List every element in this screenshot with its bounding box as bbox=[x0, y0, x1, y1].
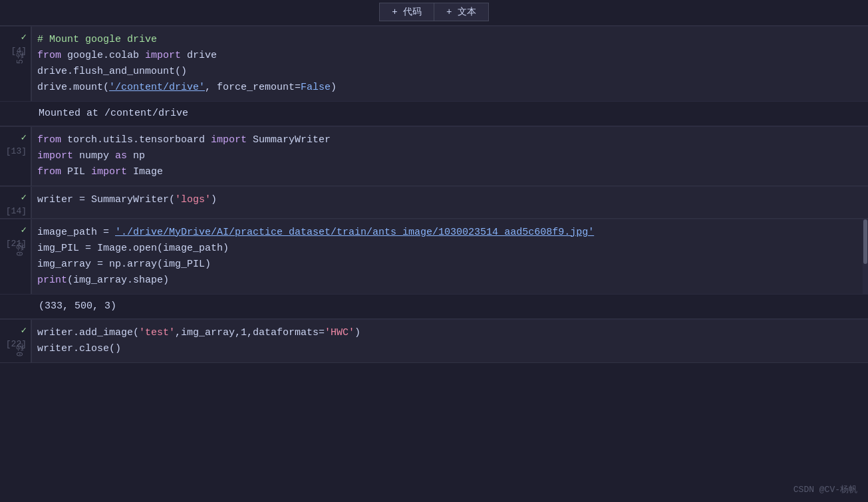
cell-check-cell4: ✓ bbox=[21, 31, 27, 45]
cell-check-cell14: ✓ bbox=[21, 191, 27, 205]
cell-check-cell22: ✓ bbox=[21, 324, 27, 338]
add-text-button[interactable]: + 文本 bbox=[434, 3, 489, 21]
code-token: writer.add_image( bbox=[37, 327, 139, 338]
code-token: Image bbox=[127, 166, 163, 178]
code-token: False bbox=[301, 82, 331, 93]
code-line: drive.flush_and_unmount() bbox=[37, 64, 860, 80]
code-token: ,img_array,1,dataformats= bbox=[175, 327, 325, 338]
code-line: from google.colab import drive bbox=[37, 48, 860, 64]
cell-body-cell21[interactable]: image_path = './drive/MyDrive/AI/practic… bbox=[31, 219, 868, 294]
code-token: google.colab bbox=[61, 50, 145, 61]
code-token: ) bbox=[355, 327, 361, 338]
code-line: writer.close() bbox=[37, 341, 860, 357]
code-token: writer = SummaryWriter( bbox=[37, 194, 175, 205]
code-token: ) bbox=[331, 82, 337, 93]
exec-time-label: 0 bbox=[15, 251, 27, 256]
cell-gutter-cell22: ✓[22]0秒 bbox=[0, 320, 31, 362]
code-token: './drive/MyDrive/AI/practice_dataset/tra… bbox=[115, 227, 594, 238]
cell-gutter-cell14: ✓[14] bbox=[0, 187, 31, 218]
code-cell-cell14[interactable]: ✓[14]writer = SummaryWriter('logs') bbox=[0, 186, 868, 218]
code-token: torch.utils.tensorboard bbox=[61, 134, 211, 146]
exec-time-label: 0 bbox=[15, 352, 27, 356]
code-line: drive.mount('/content/drive', force_remo… bbox=[37, 80, 860, 96]
output-text: (333, 500, 3) bbox=[39, 301, 116, 312]
code-token: drive.mount( bbox=[37, 82, 109, 93]
code-token: 'logs' bbox=[175, 194, 211, 205]
cell-number-cell4: [4] bbox=[11, 45, 27, 58]
cell-gutter-cell13: ✓[13] bbox=[0, 127, 31, 186]
watermark: CSDN @CV-杨帆 bbox=[794, 483, 857, 495]
code-token: image_path = bbox=[37, 227, 115, 238]
code-token: img_array = np.array(img_PIL) bbox=[37, 259, 211, 270]
code-line: import numpy as np bbox=[37, 148, 860, 164]
code-token: numpy bbox=[73, 150, 115, 162]
code-cell-cell13[interactable]: ✓[13]from torch.utils.tensorboard import… bbox=[0, 126, 868, 186]
code-line: print(img_array.shape) bbox=[37, 273, 860, 289]
toolbar: + 代码 + 文本 bbox=[0, 0, 868, 26]
code-token: '/content/drive' bbox=[109, 82, 205, 93]
code-token: np bbox=[127, 150, 145, 162]
code-token: as bbox=[115, 150, 127, 162]
cell-pair-cell14: ✓[14]writer = SummaryWriter('logs') bbox=[0, 186, 868, 219]
output-gutter bbox=[0, 102, 31, 126]
code-cell-cell21[interactable]: ✓[21]0秒image_path = './drive/MyDrive/AI/… bbox=[0, 219, 868, 294]
code-line: from PIL import Image bbox=[37, 164, 860, 180]
output-body-cell21: (333, 500, 3) bbox=[31, 295, 868, 318]
code-token: # Mount google drive bbox=[37, 34, 157, 45]
output-cell-cell21: (333, 500, 3) bbox=[0, 294, 868, 318]
scrollbar-thumb bbox=[863, 219, 867, 264]
code-token: ) bbox=[211, 194, 217, 205]
code-token: writer.close() bbox=[37, 343, 121, 354]
cell-gutter-cell4: ✓[4]5秒 bbox=[0, 27, 31, 101]
cell-body-cell13[interactable]: from torch.utils.tensorboard import Summ… bbox=[31, 127, 868, 186]
cell-number-cell14: [14] bbox=[6, 205, 27, 218]
code-token: img_PIL = Image.open(image_path) bbox=[37, 243, 229, 254]
cell-check-cell21: ✓ bbox=[21, 223, 27, 237]
code-token: from bbox=[37, 166, 61, 178]
code-line: writer.add_image('test',img_array,1,data… bbox=[37, 325, 860, 341]
code-token: drive bbox=[181, 50, 217, 61]
output-cell-cell4: Mounted at /content/drive bbox=[0, 101, 868, 126]
code-token: SummaryWriter bbox=[247, 134, 331, 146]
cell-body-cell14[interactable]: writer = SummaryWriter('logs') bbox=[31, 187, 868, 218]
code-cell-cell22[interactable]: ✓[22]0秒writer.add_image('test',img_array… bbox=[0, 319, 868, 362]
code-token: import bbox=[211, 134, 247, 146]
code-token: (img_array.shape) bbox=[67, 275, 169, 286]
code-token: import bbox=[37, 150, 73, 162]
code-line: image_path = './drive/MyDrive/AI/practic… bbox=[37, 225, 860, 241]
code-token: , force_remount= bbox=[205, 82, 301, 93]
code-line: from torch.utils.tensorboard import Summ… bbox=[37, 132, 860, 148]
code-token: 'HWC' bbox=[325, 327, 355, 338]
output-body-cell4: Mounted at /content/drive bbox=[31, 102, 868, 126]
code-token: from bbox=[37, 134, 61, 146]
code-token: from bbox=[37, 50, 61, 61]
cell-pair-cell22: ✓[22]0秒writer.add_image('test',img_array… bbox=[0, 319, 868, 363]
cell-check-cell13: ✓ bbox=[21, 131, 27, 145]
code-token: PIL bbox=[61, 166, 91, 178]
scrollbar[interactable] bbox=[863, 219, 868, 294]
cell-gutter-cell21: ✓[21]0秒 bbox=[0, 219, 31, 294]
cell-pair-cell13: ✓[13]from torch.utils.tensorboard import… bbox=[0, 126, 868, 186]
cell-number-cell22: [22] bbox=[6, 338, 27, 351]
code-line: img_array = np.array(img_PIL) bbox=[37, 257, 860, 273]
code-token: drive.flush_and_unmount() bbox=[37, 66, 187, 77]
code-line: # Mount google drive bbox=[37, 32, 860, 48]
notebook-area: ✓[4]5秒# Mount google drivefrom google.co… bbox=[0, 26, 868, 363]
cell-pair-cell21: ✓[21]0秒image_path = './drive/MyDrive/AI/… bbox=[0, 219, 868, 319]
cell-body-cell22[interactable]: writer.add_image('test',img_array,1,data… bbox=[31, 320, 868, 362]
code-token: 'test' bbox=[139, 327, 175, 338]
code-token: import bbox=[91, 166, 127, 178]
cell-number-cell13: [13] bbox=[6, 145, 27, 158]
code-cell-cell4[interactable]: ✓[4]5秒# Mount google drivefrom google.co… bbox=[0, 26, 868, 101]
code-line: writer = SummaryWriter('logs') bbox=[37, 192, 860, 208]
cell-body-cell4[interactable]: # Mount google drivefrom google.colab im… bbox=[31, 27, 868, 101]
code-token: print bbox=[37, 275, 67, 286]
output-gutter bbox=[0, 295, 31, 318]
code-line: img_PIL = Image.open(image_path) bbox=[37, 241, 860, 257]
add-code-button[interactable]: + 代码 bbox=[379, 3, 434, 21]
output-text: Mounted at /content/drive bbox=[39, 108, 188, 119]
cell-pair-cell4: ✓[4]5秒# Mount google drivefrom google.co… bbox=[0, 26, 868, 126]
cell-number-cell21: [21] bbox=[6, 237, 27, 251]
exec-time-label: 5 bbox=[15, 59, 27, 64]
code-token: import bbox=[145, 50, 181, 61]
